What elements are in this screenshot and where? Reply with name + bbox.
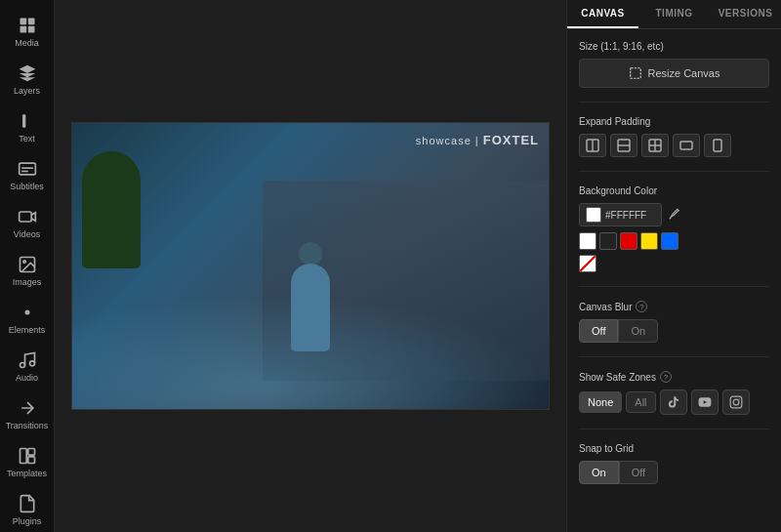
svg-point-30 [733,399,739,405]
elements-icon [18,303,37,322]
youtube-icon [698,395,712,409]
scene-tree [82,151,141,268]
svg-rect-29 [730,396,742,408]
color-swatch-preview [586,207,601,223]
canvas-blur-header: Canvas Blur ? [579,301,769,312]
background-color-label: Background Color [579,185,769,196]
svg-point-11 [24,310,29,315]
snap-to-grid-toggle: On Off [579,461,769,484]
sidebar-item-videos[interactable]: Videos [0,199,54,247]
subtitles-icon [18,159,37,179]
preview-inner: showcase | FOXTEL [72,123,549,409]
sidebar-item-media[interactable]: Media [0,8,54,56]
sidebar: Media Layers Text Subtitles Videos Image… [0,0,55,532]
size-section: Size (1:1, 9:16, etc) Resize Canvas [579,41,769,88]
color-swatch-yellow[interactable] [640,232,658,250]
expand-padding-label: Expand Padding [579,116,769,127]
safe-zone-youtube-button[interactable] [691,389,719,415]
canvas-preview: showcase | FOXTEL [71,122,550,410]
brand-overlay: showcase | FOXTEL [416,133,539,147]
sidebar-item-transitions[interactable]: Transitions [0,390,54,438]
canvas-blur-on-button[interactable]: On [618,319,658,343]
svg-rect-14 [20,449,26,464]
svg-point-12 [20,363,24,368]
sidebar-item-text[interactable]: Text [0,103,54,151]
layers-icon [18,63,37,83]
svg-rect-15 [27,449,34,456]
padding-option-2[interactable] [610,134,637,157]
divider-4 [579,356,769,357]
snap-to-grid-label: Snap to Grid [579,443,769,454]
svg-rect-28 [714,140,721,151]
svg-rect-1 [27,19,34,25]
safe-zone-all-button[interactable]: All [626,391,655,413]
color-swatch-blue[interactable] [661,232,678,250]
eyedropper-button[interactable] [668,207,681,224]
divider-3 [579,286,769,287]
padding-icon-4 [678,138,694,153]
divider-5 [579,429,769,430]
padding-icon-2 [616,138,632,153]
canvas-blur-off-button[interactable]: Off [579,319,618,343]
safe-zone-instagram-button[interactable] [722,389,750,415]
color-swatch-red[interactable] [620,232,637,250]
safe-zones-header: Show Safe Zones ? [579,371,769,383]
sidebar-item-audio[interactable]: Audio [0,343,54,390]
padding-option-4[interactable] [673,134,700,157]
snap-to-grid-section: Snap to Grid On Off [579,443,769,484]
padding-option-3[interactable] [641,134,669,157]
canvas-blur-section: Canvas Blur ? Off On [579,301,769,343]
padding-option-5[interactable] [704,134,731,157]
color-hex-value: #FFFFFF [605,210,646,221]
safe-zones-section: Show Safe Zones ? None All [579,371,769,415]
scene-person-body [291,264,330,351]
padding-icon-3 [647,138,663,153]
snap-off-button[interactable]: Off [619,461,658,484]
padding-option-1[interactable] [579,134,606,157]
safe-zones-row: None All [579,389,769,415]
color-input-box[interactable]: #FFFFFF [579,203,662,226]
expand-padding-section: Expand Padding [579,116,769,157]
sidebar-item-templates[interactable]: Templates [0,438,54,486]
tiktok-icon [667,395,680,409]
tab-versions[interactable]: VERSIONS [710,0,781,28]
safe-zone-tiktok-button[interactable] [660,389,687,415]
svg-rect-27 [680,142,692,149]
svg-rect-19 [630,68,640,79]
snap-on-button[interactable]: On [579,461,619,484]
canvas-blur-toggle: Off On [579,319,769,343]
bg-color-row: #FFFFFF [579,203,769,250]
color-swatch-dark[interactable] [599,232,617,250]
divider-1 [579,102,769,102]
divider-2 [579,171,769,172]
sidebar-item-plugins[interactable]: Plugins [0,486,54,532]
audio-icon [18,350,37,370]
color-swatch-transparent[interactable] [579,255,596,272]
safe-zone-none-button[interactable]: None [579,391,622,413]
safe-zones-help-icon[interactable]: ? [660,371,672,383]
media-icon [18,16,37,35]
sidebar-item-layers[interactable]: Layers [0,56,54,103]
videos-icon [18,207,37,226]
canvas-blur-help-icon[interactable]: ? [636,301,647,312]
svg-rect-0 [20,19,26,25]
svg-rect-16 [27,457,34,464]
templates-icon [18,446,37,466]
svg-point-10 [22,261,24,264]
padding-icon-5 [710,138,725,153]
svg-rect-4 [22,114,25,127]
tab-timing[interactable]: TIMING [638,0,710,28]
sidebar-item-images[interactable]: Images [0,247,54,295]
plugins-icon [18,494,37,513]
tab-canvas[interactable]: CANVAS [567,0,638,28]
size-label: Size (1:1, 9:16, etc) [579,41,769,52]
panel-content: Size (1:1, 9:16, etc) Resize Canvas Expa… [567,29,781,532]
background-color-section: Background Color #FFFFFF [579,185,769,272]
resize-canvas-button[interactable]: Resize Canvas [579,59,769,88]
sidebar-item-subtitles[interactable]: Subtitles [0,151,54,199]
right-panel: CANVAS TIMING VERSIONS Size (1:1, 9:16, … [566,0,781,532]
sidebar-item-elements[interactable]: Elements [0,295,54,343]
panel-tabs: CANVAS TIMING VERSIONS [567,0,781,29]
padding-options [579,134,769,157]
color-swatch-white[interactable] [579,232,596,250]
